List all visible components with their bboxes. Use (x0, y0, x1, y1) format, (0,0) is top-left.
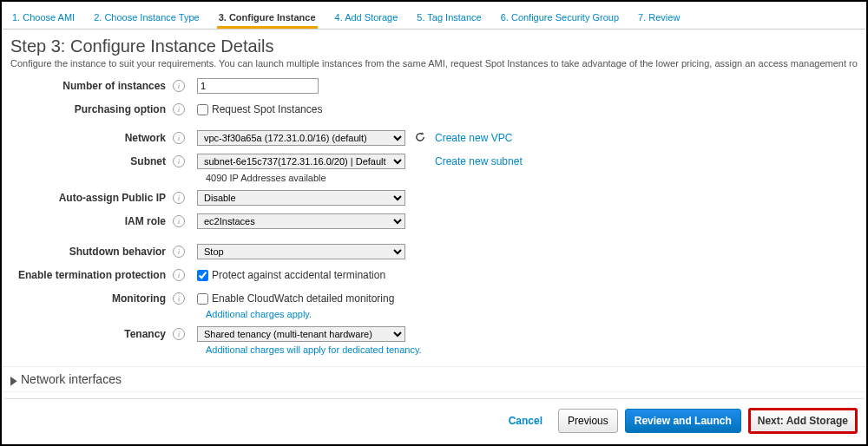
tab-review[interactable]: 7. Review (636, 9, 681, 29)
page-subtitle: Configure the instance to suit your requ… (10, 58, 858, 69)
tenancy-select[interactable]: Shared tenancy (multi-tenant hardware) (197, 326, 405, 342)
tab-tag-instance[interactable]: 5. Tag Instance (415, 9, 483, 29)
wizard-tabs: 1. Choose AMI 2. Choose Instance Type 3.… (2, 2, 866, 30)
tab-choose-ami[interactable]: 1. Choose AMI (10, 9, 76, 29)
form-area: Number of instances i Purchasing option … (2, 70, 866, 366)
iamrole-label: IAM role (10, 215, 171, 227)
refresh-icon[interactable] (414, 131, 426, 146)
expando-label: Network interfaces (21, 372, 122, 386)
footer: Cancel Previous Review and Launch Next: … (3, 398, 865, 443)
tenancy-note[interactable]: Additional charges will apply for dedica… (206, 344, 858, 355)
shutdown-select[interactable]: Stop (197, 244, 405, 259)
publicip-select[interactable]: Disable (197, 190, 405, 206)
iamrole-select[interactable]: ec2Instaces (197, 213, 405, 229)
tab-configure-security-group[interactable]: 6. Configure Security Group (499, 9, 621, 29)
network-select[interactable]: vpc-3f30a65a (172.31.0.0/16) (default) (197, 130, 405, 146)
tab-choose-instance-type[interactable]: 2. Choose Instance Type (92, 9, 201, 29)
create-subnet-link[interactable]: Create new subnet (435, 155, 523, 167)
info-icon[interactable]: i (173, 215, 185, 227)
tenancy-label: Tenancy (10, 328, 171, 340)
next-add-storage-button[interactable]: Next: Add Storage (748, 408, 858, 434)
subnet-select[interactable]: subnet-6e15c737(172.31.16.0/20) | Defaul… (197, 154, 405, 169)
info-icon[interactable]: i (173, 103, 185, 115)
expando-network-interfaces[interactable]: ▶Network interfaces (2, 366, 866, 391)
instances-input[interactable] (197, 78, 319, 94)
previous-button[interactable]: Previous (558, 409, 618, 433)
monitoring-label: Monitoring (10, 292, 171, 305)
termination-checkbox[interactable] (197, 270, 208, 281)
termination-checkbox-label: Protect against accidental termination (212, 269, 385, 281)
spot-checkbox-label: Request Spot Instances (212, 103, 322, 115)
tab-configure-instance[interactable]: 3. Configure Instance (217, 9, 318, 29)
shutdown-label: Shutdown behavior (10, 246, 171, 258)
spot-checkbox[interactable] (197, 104, 208, 115)
tab-add-storage[interactable]: 4. Add Storage (333, 9, 400, 29)
caret-right-icon: ▶ (10, 374, 17, 387)
monitoring-checkbox-label: Enable CloudWatch detailed monitoring (212, 292, 394, 305)
info-icon[interactable]: i (173, 132, 185, 144)
title-block: Step 3: Configure Instance Details Confi… (2, 30, 866, 70)
cancel-button[interactable]: Cancel (500, 410, 551, 432)
termprot-label: Enable termination protection (10, 269, 171, 281)
info-icon[interactable]: i (173, 80, 185, 92)
info-icon[interactable]: i (173, 155, 185, 167)
create-vpc-link[interactable]: Create new VPC (435, 132, 512, 144)
network-label: Network (10, 132, 171, 144)
subnet-note: 4090 IP Addresses available (206, 173, 858, 183)
info-icon[interactable]: i (173, 328, 185, 340)
info-icon[interactable]: i (173, 269, 185, 281)
subnet-label: Subnet (10, 155, 171, 167)
page-title: Step 3: Configure Instance Details (10, 36, 858, 56)
info-icon[interactable]: i (173, 292, 185, 305)
monitoring-checkbox[interactable] (197, 293, 208, 305)
publicip-label: Auto-assign Public IP (10, 192, 171, 204)
review-launch-button[interactable]: Review and Launch (625, 409, 741, 433)
info-icon[interactable]: i (173, 246, 185, 258)
info-icon[interactable]: i (173, 192, 185, 204)
purchasing-label: Purchasing option (10, 103, 171, 115)
instances-label: Number of instances (10, 80, 171, 92)
monitoring-note[interactable]: Additional charges apply. (206, 309, 858, 319)
